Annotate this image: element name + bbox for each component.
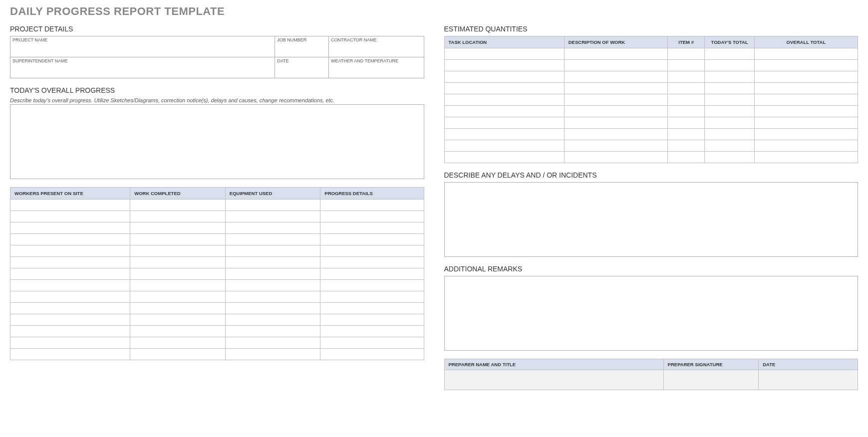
table-cell[interactable] [10, 222, 130, 234]
table-cell[interactable] [320, 337, 424, 349]
table-cell[interactable] [564, 117, 667, 129]
table-cell[interactable] [754, 60, 858, 71]
table-cell[interactable] [444, 48, 564, 60]
table-cell[interactable] [564, 106, 667, 117]
table-cell[interactable] [225, 211, 320, 222]
table-cell[interactable] [130, 280, 226, 291]
table-cell[interactable] [444, 129, 564, 140]
table-cell[interactable] [564, 71, 667, 83]
table-cell[interactable] [320, 257, 424, 268]
table-cell[interactable] [10, 349, 130, 360]
table-cell[interactable] [564, 48, 667, 60]
table-cell[interactable] [130, 222, 226, 234]
table-cell[interactable] [754, 140, 858, 152]
table-cell[interactable] [564, 94, 667, 106]
table-cell[interactable] [130, 349, 226, 360]
table-cell[interactable] [754, 83, 858, 94]
table-cell[interactable] [667, 71, 705, 83]
table-cell[interactable] [564, 60, 667, 71]
field-job-number[interactable] [275, 43, 328, 57]
signature-cell[interactable] [663, 370, 759, 390]
table-cell[interactable] [667, 152, 705, 163]
table-cell[interactable] [320, 303, 424, 314]
table-cell[interactable] [320, 291, 424, 303]
table-cell[interactable] [320, 222, 424, 234]
table-cell[interactable] [564, 152, 667, 163]
table-cell[interactable] [705, 94, 754, 106]
table-cell[interactable] [705, 117, 754, 129]
table-cell[interactable] [705, 60, 754, 71]
table-cell[interactable] [705, 106, 754, 117]
table-cell[interactable] [225, 303, 320, 314]
table-cell[interactable] [225, 234, 320, 245]
table-cell[interactable] [444, 60, 564, 71]
table-cell[interactable] [754, 71, 858, 83]
table-cell[interactable] [130, 245, 226, 257]
table-cell[interactable] [320, 326, 424, 337]
field-date[interactable] [275, 64, 328, 78]
table-cell[interactable] [444, 71, 564, 83]
field-weather[interactable] [329, 64, 424, 78]
table-cell[interactable] [667, 106, 705, 117]
table-cell[interactable] [10, 303, 130, 314]
table-cell[interactable] [754, 117, 858, 129]
table-cell[interactable] [225, 245, 320, 257]
table-cell[interactable] [320, 234, 424, 245]
table-cell[interactable] [564, 83, 667, 94]
table-cell[interactable] [225, 314, 320, 326]
table-cell[interactable] [225, 222, 320, 234]
table-cell[interactable] [225, 200, 320, 211]
table-cell[interactable] [10, 291, 130, 303]
table-cell[interactable] [705, 71, 754, 83]
table-cell[interactable] [444, 83, 564, 94]
table-cell[interactable] [320, 211, 424, 222]
field-remarks[interactable] [444, 276, 859, 351]
field-delays[interactable] [444, 182, 859, 257]
table-cell[interactable] [10, 211, 130, 222]
table-cell[interactable] [667, 129, 705, 140]
table-cell[interactable] [130, 326, 226, 337]
table-cell[interactable] [667, 48, 705, 60]
table-cell[interactable] [754, 94, 858, 106]
table-cell[interactable] [705, 48, 754, 60]
table-cell[interactable] [705, 152, 754, 163]
field-superintendent-name[interactable] [10, 64, 275, 78]
table-cell[interactable] [130, 303, 226, 314]
table-cell[interactable] [225, 291, 320, 303]
table-cell[interactable] [754, 48, 858, 60]
table-cell[interactable] [320, 280, 424, 291]
field-contractor-name[interactable] [329, 43, 424, 57]
table-cell[interactable] [225, 268, 320, 280]
table-cell[interactable] [225, 337, 320, 349]
table-cell[interactable] [225, 349, 320, 360]
table-cell[interactable] [320, 268, 424, 280]
table-cell[interactable] [320, 200, 424, 211]
table-cell[interactable] [10, 326, 130, 337]
table-cell[interactable] [10, 314, 130, 326]
table-cell[interactable] [444, 117, 564, 129]
table-cell[interactable] [667, 117, 705, 129]
table-cell[interactable] [444, 94, 564, 106]
table-cell[interactable] [667, 60, 705, 71]
table-cell[interactable] [320, 245, 424, 257]
table-cell[interactable] [225, 280, 320, 291]
field-overall-progress[interactable] [10, 104, 424, 179]
signature-cell[interactable] [759, 370, 858, 390]
table-cell[interactable] [705, 140, 754, 152]
signature-cell[interactable] [444, 370, 663, 390]
table-cell[interactable] [705, 83, 754, 94]
table-cell[interactable] [130, 337, 226, 349]
table-cell[interactable] [130, 314, 226, 326]
field-project-name[interactable] [10, 43, 275, 57]
table-cell[interactable] [130, 234, 226, 245]
table-cell[interactable] [130, 200, 226, 211]
table-cell[interactable] [320, 349, 424, 360]
table-cell[interactable] [130, 257, 226, 268]
table-cell[interactable] [130, 211, 226, 222]
table-cell[interactable] [444, 106, 564, 117]
table-cell[interactable] [10, 337, 130, 349]
table-cell[interactable] [444, 152, 564, 163]
table-cell[interactable] [10, 234, 130, 245]
table-cell[interactable] [444, 140, 564, 152]
table-cell[interactable] [754, 129, 858, 140]
